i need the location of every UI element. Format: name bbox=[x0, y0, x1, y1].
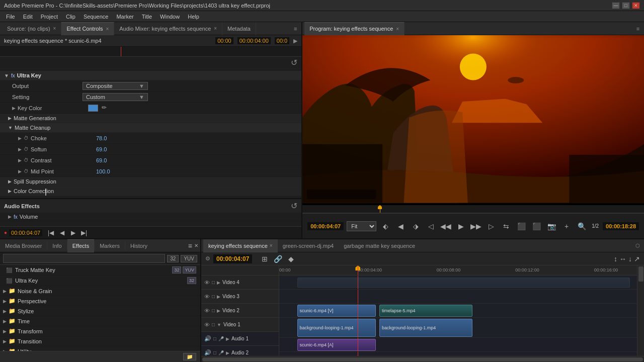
loop-button[interactable]: ⇆ bbox=[500, 220, 512, 232]
clip-v2-scunic[interactable]: scunic-6.mp4 [V] bbox=[297, 305, 376, 317]
lock-icon-v1[interactable]: □ bbox=[212, 322, 215, 327]
track-arrow-v3[interactable]: ▶ bbox=[217, 294, 220, 299]
lock-icon-a2[interactable]: □ bbox=[213, 350, 216, 355]
menu-help[interactable]: Help bbox=[184, 13, 203, 21]
go-out-button[interactable]: ⬖ bbox=[379, 220, 391, 232]
tools-link[interactable]: ↓ bbox=[628, 255, 632, 263]
menu-sequence[interactable]: Sequence bbox=[79, 13, 113, 21]
tab-history[interactable]: History bbox=[125, 239, 152, 252]
clip-a1-scunic[interactable]: scunic-6.mp4 [A] bbox=[297, 339, 376, 351]
list-item[interactable]: ⬛ Truck Matte Key 32 YUV bbox=[0, 265, 200, 276]
menu-window[interactable]: Window bbox=[156, 13, 184, 21]
lock-icon-v4[interactable]: □ bbox=[212, 280, 215, 285]
color-swatch[interactable] bbox=[88, 105, 98, 112]
output-dropdown[interactable]: Composite ▼ bbox=[83, 82, 148, 90]
list-item[interactable]: ⬛ Ultra Key 32 bbox=[0, 276, 200, 286]
link-button[interactable]: 🔗 bbox=[272, 253, 283, 264]
prev-frame-button[interactable]: ◁ bbox=[425, 220, 437, 232]
panel-menu-icon[interactable]: ≡ bbox=[188, 242, 192, 250]
audio-reset-button[interactable]: ↺ bbox=[291, 201, 297, 211]
mini-timeline[interactable] bbox=[0, 47, 301, 57]
clip-v4-empty[interactable] bbox=[297, 278, 630, 288]
contrast-value[interactable]: 69.0 bbox=[96, 157, 107, 163]
settings-icon[interactable]: + bbox=[560, 220, 573, 232]
clip-v2-timelapse[interactable]: timelapse-5.mp4 bbox=[379, 305, 472, 317]
search-32-button[interactable]: 32 bbox=[167, 255, 179, 262]
folder-transform[interactable]: ▶ 📁 Transform bbox=[0, 326, 200, 336]
step-back-button[interactable]: ◀ bbox=[57, 228, 66, 237]
key-color-arrow[interactable]: ▶ bbox=[12, 106, 16, 111]
timeline-current-time[interactable]: 00:00:04:07 bbox=[213, 254, 252, 263]
softun-value[interactable]: 69.0 bbox=[96, 146, 107, 152]
fit-select[interactable]: Fit 25% 50% 100% bbox=[347, 221, 376, 231]
tab-markers[interactable]: Markers bbox=[95, 239, 125, 252]
timeline-scroll[interactable] bbox=[201, 356, 644, 362]
search-yuv-button[interactable]: YUV bbox=[181, 255, 197, 262]
menu-marker[interactable]: Marker bbox=[112, 13, 137, 21]
softun-arrow[interactable]: ▶ bbox=[18, 147, 22, 152]
panel-close-icon[interactable]: ✕ bbox=[194, 243, 198, 248]
timeline-scrollbar[interactable] bbox=[202, 357, 643, 361]
panel-arrow[interactable]: ▶ bbox=[293, 38, 297, 44]
speaker-icon-a1[interactable]: 🔊 bbox=[204, 335, 211, 342]
monitor-scrubber[interactable] bbox=[302, 205, 644, 213]
zoom-button[interactable]: 🔍 bbox=[576, 220, 588, 232]
eye-icon-v2[interactable]: 👁 bbox=[204, 308, 210, 314]
eye-icon-v4[interactable]: 👁 bbox=[204, 280, 210, 286]
choke-arrow[interactable]: ▶ bbox=[18, 136, 22, 141]
eye-icon-v1[interactable]: 👁 bbox=[204, 322, 210, 328]
track-arrow-v4[interactable]: ▶ bbox=[217, 280, 220, 285]
contrast-arrow[interactable]: ▶ bbox=[18, 158, 22, 163]
go-in-button[interactable]: ⬗ bbox=[410, 220, 422, 232]
effect-controls-tab-close[interactable]: × bbox=[106, 26, 109, 32]
menu-title[interactable]: Title bbox=[138, 13, 156, 21]
folder-noise-grain[interactable]: ▶ 📁 Noise & Grain bbox=[0, 286, 200, 296]
add-marker-button[interactable]: ◆ bbox=[285, 253, 296, 264]
matte-cleanup-arrow[interactable]: ▼ bbox=[8, 125, 13, 130]
mic-icon-a1[interactable]: 🎤 bbox=[218, 336, 224, 341]
track-arrow-v2[interactable]: ▶ bbox=[217, 308, 220, 313]
next-edit-button[interactable]: ▶▶ bbox=[470, 220, 482, 232]
spill-arrow[interactable]: ▶ bbox=[8, 179, 12, 184]
audio-mixer-tab-close[interactable]: × bbox=[214, 26, 217, 31]
metadata-tab[interactable]: Metadata bbox=[222, 22, 256, 35]
tab-info[interactable]: Info bbox=[47, 239, 66, 252]
track-arrow-a1[interactable]: ▶ bbox=[226, 336, 229, 341]
new-bin-button[interactable]: 📁 bbox=[183, 353, 196, 360]
timeline-ruler[interactable]: 00:00 00:00:04:00 00:00:08:00 00:00:12:0… bbox=[279, 265, 637, 276]
maximize-button[interactable]: □ bbox=[622, 2, 630, 9]
program-monitor-tab-close[interactable]: × bbox=[396, 26, 399, 32]
folder-perspective[interactable]: ▶ 📁 Perspective bbox=[0, 296, 200, 306]
step-back-monitor[interactable]: ◀ bbox=[394, 220, 407, 232]
mic-icon-a2[interactable]: 🎤 bbox=[218, 350, 224, 355]
eyedropper-icon[interactable]: ✏ bbox=[102, 104, 107, 111]
timeline-tab-close[interactable]: × bbox=[270, 243, 273, 248]
track-arrow-a2[interactable]: ▶ bbox=[226, 350, 229, 355]
setting-dropdown[interactable]: Custom ▼ bbox=[83, 93, 148, 101]
program-monitor-tab[interactable]: Program: keying effects sequence × bbox=[304, 22, 405, 35]
reset-button[interactable]: ↺ bbox=[291, 58, 297, 67]
folder-utility[interactable]: ▶ 📁 Utility bbox=[0, 346, 200, 351]
lock-icon-v2[interactable]: □ bbox=[212, 308, 215, 313]
prev-edit-button[interactable]: ◀◀ bbox=[440, 220, 452, 232]
timeline-tab-main[interactable]: keying effects sequence × bbox=[203, 239, 278, 252]
menu-edit[interactable]: Edit bbox=[19, 13, 37, 21]
midpoint-arrow[interactable]: ▶ bbox=[18, 169, 22, 174]
menu-project[interactable]: Project bbox=[37, 13, 62, 21]
panel-time[interactable]: 00:00:04:07 bbox=[9, 229, 42, 236]
matte-gen-arrow[interactable]: ▶ bbox=[8, 116, 12, 121]
timeline-vscroll[interactable] bbox=[637, 265, 644, 356]
midpoint-value[interactable]: 100.0 bbox=[96, 168, 110, 174]
tab-effects[interactable]: Effects bbox=[67, 239, 94, 252]
play-button[interactable]: ▶ bbox=[455, 220, 467, 232]
overwrite-button[interactable]: ⬛ bbox=[530, 220, 542, 232]
insert-button[interactable]: ⬛ bbox=[515, 220, 527, 232]
folder-stylize[interactable]: ▶ 📁 Stylize bbox=[0, 306, 200, 316]
search-input[interactable] bbox=[3, 254, 165, 263]
step-forward-button[interactable]: ▶| bbox=[79, 228, 89, 237]
menu-file[interactable]: File bbox=[2, 13, 19, 21]
menu-clip[interactable]: Clip bbox=[62, 13, 79, 21]
next-frame-button[interactable]: ▷ bbox=[485, 220, 497, 232]
effect-controls-tab[interactable]: Effect Controls × bbox=[61, 22, 114, 35]
audio-mixer-tab[interactable]: Audio Mixer: keying effects sequence × bbox=[114, 22, 222, 35]
